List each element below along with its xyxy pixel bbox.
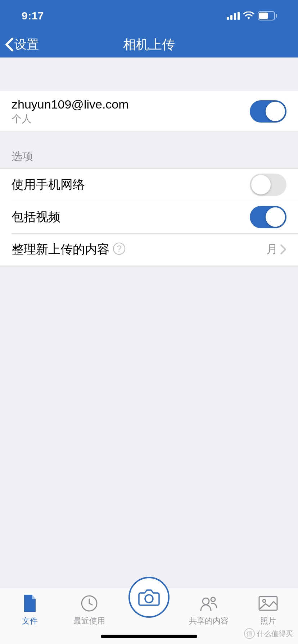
tab-recent-label: 最近使用	[73, 616, 105, 626]
svg-rect-2	[234, 13, 236, 20]
account-section: zhuyun109@live.com 个人	[0, 91, 298, 132]
battery-icon	[258, 11, 278, 20]
svg-rect-10	[259, 597, 277, 610]
chevron-left-icon	[4, 37, 14, 52]
camera-button[interactable]	[128, 577, 170, 618]
status-bar: 9:17	[0, 0, 298, 32]
content: zhuyun109@live.com 个人 选项 使用手机网络 包括视频	[0, 58, 298, 588]
options-section: 使用手机网络 包括视频 整理新上传的内容 ? 月	[0, 168, 298, 266]
status-icons	[227, 11, 278, 20]
tab-files-label: 文件	[22, 616, 38, 626]
account-cell[interactable]: zhuyun109@live.com 个人	[0, 91, 298, 132]
tab-photos[interactable]: 照片	[238, 588, 298, 626]
camera-icon	[138, 589, 160, 606]
nav-bar: 设置 相机上传	[0, 32, 298, 58]
organize-label: 整理新上传的内容	[12, 241, 109, 258]
watermark: 值 什么值得买	[244, 628, 293, 639]
svg-point-11	[263, 599, 266, 602]
svg-rect-1	[230, 15, 232, 20]
photo-icon	[258, 596, 278, 611]
account-email: zhuyun109@live.com	[12, 97, 250, 111]
tab-files[interactable]: 文件	[0, 588, 60, 626]
organize-value: 月	[266, 242, 278, 257]
organize-cell[interactable]: 整理新上传的内容 ? 月	[0, 233, 298, 266]
back-button[interactable]: 设置	[4, 36, 39, 53]
svg-rect-5	[259, 13, 268, 19]
tab-shared[interactable]: 共享的内容	[179, 588, 239, 626]
tab-shared-label: 共享的内容	[189, 616, 229, 626]
account-toggle[interactable]	[250, 100, 286, 123]
tab-bar: 文件 最近使用 共享的内容	[0, 588, 298, 644]
tab-photos-label: 照片	[260, 616, 276, 626]
page-title: 相机上传	[123, 36, 175, 54]
tab-recent[interactable]: 最近使用	[60, 588, 119, 626]
svg-rect-3	[238, 12, 240, 20]
help-icon[interactable]: ?	[113, 243, 125, 255]
chevron-right-icon	[280, 244, 286, 255]
svg-point-8	[203, 598, 209, 604]
include-video-cell[interactable]: 包括视频	[0, 201, 298, 233]
file-icon	[23, 595, 37, 612]
watermark-text: 什么值得买	[257, 629, 293, 639]
include-video-label: 包括视频	[12, 209, 250, 225]
people-icon	[199, 595, 218, 611]
wifi-icon	[243, 12, 255, 20]
include-video-toggle[interactable]	[250, 206, 286, 228]
cellular-label: 使用手机网络	[12, 176, 250, 193]
status-time: 9:17	[22, 10, 44, 22]
cellular-icon	[227, 12, 240, 20]
cellular-toggle[interactable]	[250, 174, 286, 196]
watermark-badge-icon: 值	[244, 628, 255, 639]
back-label: 设置	[14, 36, 39, 53]
home-indicator[interactable]	[101, 635, 197, 638]
cellular-cell[interactable]: 使用手机网络	[0, 169, 298, 201]
svg-rect-0	[227, 17, 229, 20]
clock-icon	[81, 595, 98, 612]
svg-rect-6	[276, 14, 277, 18]
svg-point-12	[145, 595, 153, 603]
options-header: 选项	[0, 132, 298, 168]
account-type: 个人	[12, 112, 250, 126]
svg-point-9	[211, 597, 215, 602]
